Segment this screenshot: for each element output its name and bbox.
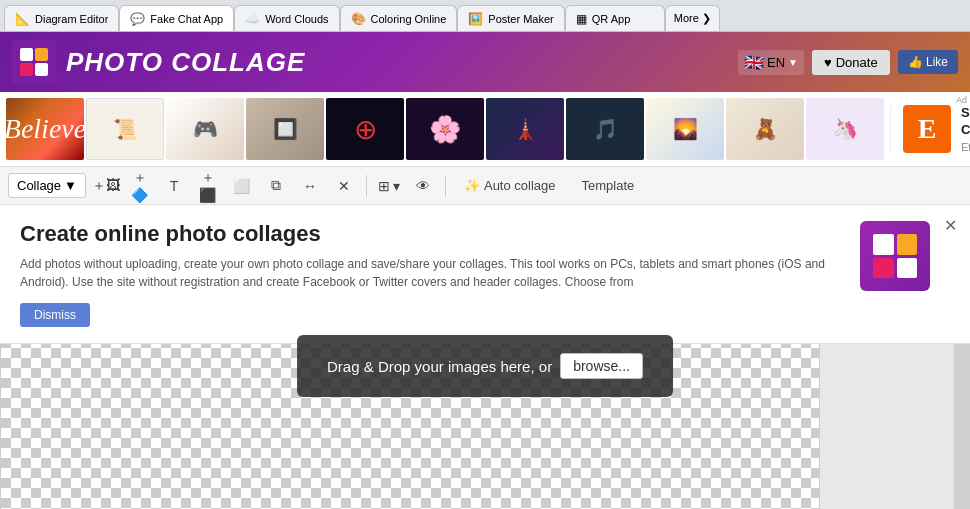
intro-logo-cell-1	[873, 234, 894, 255]
app-header: PHOTO COLLAGE 🇬🇧 EN ▼ ♥ Donate 👍 Like	[0, 32, 970, 92]
logo-cell-3	[20, 63, 33, 76]
ad-thumb-5[interactable]: ⊕	[326, 98, 404, 160]
lang-label: EN	[767, 55, 785, 70]
app-logo	[12, 40, 56, 84]
auto-collage-button[interactable]: ✨ Auto collage	[454, 174, 566, 197]
cloud-icon: ☁️	[245, 12, 260, 26]
ad-thumb-1[interactable]: Believe	[6, 98, 84, 160]
ad-thumb-10[interactable]: 🧸	[726, 98, 804, 160]
flip-button[interactable]: ↔	[296, 172, 324, 200]
tab-qr-label: QR App	[592, 13, 631, 25]
tab-word-clouds-label: Word Clouds	[265, 13, 328, 25]
ad-support-text: Support Independent Creators	[961, 105, 970, 139]
ad-thumb-11[interactable]: 🦄	[806, 98, 884, 160]
add-shape-button[interactable]: ＋⬛	[194, 172, 222, 200]
tab-poster[interactable]: 🖼️ Poster Maker	[457, 5, 564, 31]
auto-collage-icon: ✨	[464, 178, 480, 193]
collage-chevron-icon: ▼	[64, 178, 77, 193]
collage-dropdown[interactable]: Collage ▼	[8, 173, 86, 198]
drop-zone-text: Drag & Drop your images here, or	[327, 358, 552, 375]
logo-cell-1	[20, 48, 33, 61]
grid-button[interactable]: ⊞ ▾	[375, 172, 403, 200]
donate-heart-icon: ♥	[824, 55, 832, 70]
intro-logo-inner	[860, 221, 930, 291]
close-intro-button[interactable]: ✕	[940, 215, 960, 235]
intro-description: Add photos without uploading, create you…	[20, 255, 840, 291]
ad-thumbnails: Believe 📜 🎮 🔲 ⊕ 🌸 🗼 🎵 🌄 🧸 🦄	[0, 94, 890, 164]
add-text-button[interactable]: T	[160, 172, 188, 200]
coloring-icon: 🎨	[351, 12, 366, 26]
browse-button[interactable]: browse...	[560, 353, 643, 379]
ad-thumb-9[interactable]: 🌄	[646, 98, 724, 160]
tab-diagram[interactable]: 📐 Diagram Editor	[4, 5, 119, 31]
collage-label: Collage	[17, 178, 61, 193]
tab-coloring-label: Coloring Online	[371, 13, 447, 25]
add-photo-button[interactable]: ＋🖼	[92, 172, 120, 200]
template-label: Template	[582, 178, 635, 193]
like-thumb-icon: 👍	[908, 55, 923, 69]
ad-thumb-4[interactable]: 🔲	[246, 98, 324, 160]
tab-poster-label: Poster Maker	[488, 13, 553, 25]
tabs-more-label: More ❯	[674, 12, 711, 25]
intro-logo	[860, 221, 930, 291]
like-label: Like	[926, 55, 948, 69]
add-icon-button[interactable]: ＋🔷	[126, 172, 154, 200]
language-selector[interactable]: 🇬🇧 EN ▼	[738, 50, 804, 75]
header-right: 🇬🇧 EN ▼ ♥ Donate 👍 Like	[738, 50, 958, 75]
ad-tag: Ad	[956, 95, 967, 105]
main-area: ✕ Create online photo collages Add photo…	[0, 205, 970, 509]
dismiss-label: Dismiss	[34, 308, 76, 322]
tab-fake-chat-label: Fake Chat App	[150, 13, 223, 25]
ad-thumb-8[interactable]: 🎵	[566, 98, 644, 160]
diagram-icon: 📐	[15, 12, 30, 26]
flag-icon: 🇬🇧	[744, 53, 764, 72]
chat-icon: 💬	[130, 12, 145, 26]
etsy-icon: E	[903, 105, 951, 153]
add-background-button[interactable]: ⬜	[228, 172, 256, 200]
intro-logo-cell-2	[897, 234, 918, 255]
ad-thumb-2[interactable]: 📜	[86, 98, 164, 160]
toolbar-divider-2	[445, 175, 446, 197]
ad-thumb-7[interactable]: 🗼	[486, 98, 564, 160]
donate-button[interactable]: ♥ Donate	[812, 50, 890, 75]
donate-label: Donate	[836, 55, 878, 70]
ad-thumb-6[interactable]: 🌸	[406, 98, 484, 160]
tabs-more[interactable]: More ❯	[665, 5, 720, 31]
drop-zone-overlay: Drag & Drop your images here, or browse.…	[297, 335, 673, 397]
dismiss-button[interactable]: Dismiss	[20, 303, 90, 327]
arrange-button[interactable]: ⧉	[262, 172, 290, 200]
auto-collage-label: Auto collage	[484, 178, 556, 193]
browser-tabs: 📐 Diagram Editor 💬 Fake Chat App ☁️ Word…	[0, 0, 970, 32]
tab-word-clouds[interactable]: ☁️ Word Clouds	[234, 5, 339, 31]
preview-button[interactable]: 👁	[409, 172, 437, 200]
tab-fake-chat[interactable]: 💬 Fake Chat App	[119, 5, 234, 31]
ad-thumb-3[interactable]: 🎮	[166, 98, 244, 160]
ad-text-block: Support Independent Creators Etsy	[961, 105, 970, 153]
delete-button[interactable]: ✕	[330, 172, 358, 200]
intro-title: Create online photo collages	[20, 221, 950, 247]
logo-cell-4	[35, 63, 48, 76]
intro-logo-cell-3	[873, 258, 894, 279]
logo-cell-2	[35, 48, 48, 61]
toolbar: Collage ▼ ＋🖼 ＋🔷 T ＋⬛ ⬜ ⧉ ↔ ✕ ⊞ ▾ 👁 ✨ Aut…	[0, 167, 970, 205]
ad-banner: Believe 📜 🎮 🔲 ⊕ 🌸 🗼 🎵 🌄 🧸 🦄	[0, 92, 970, 167]
poster-icon: 🖼️	[468, 12, 483, 26]
qr-icon: ▦	[576, 12, 587, 26]
ad-right[interactable]: E Support Independent Creators Etsy	[890, 105, 970, 153]
intro-panel: ✕ Create online photo collages Add photo…	[0, 205, 970, 344]
tab-qr[interactable]: ▦ QR App	[565, 5, 665, 31]
toolbar-divider	[366, 175, 367, 197]
app-title: PHOTO COLLAGE	[66, 47, 305, 78]
intro-logo-cell-4	[897, 258, 918, 279]
lang-chevron: ▼	[788, 57, 798, 68]
logo-grid	[20, 48, 48, 76]
tab-coloring[interactable]: 🎨 Coloring Online	[340, 5, 458, 31]
template-button[interactable]: Template	[572, 174, 645, 197]
like-button[interactable]: 👍 Like	[898, 50, 958, 74]
intro-logo-grid	[873, 234, 917, 278]
tab-diagram-label: Diagram Editor	[35, 13, 108, 25]
ad-etsy-label: Etsy	[961, 141, 970, 153]
